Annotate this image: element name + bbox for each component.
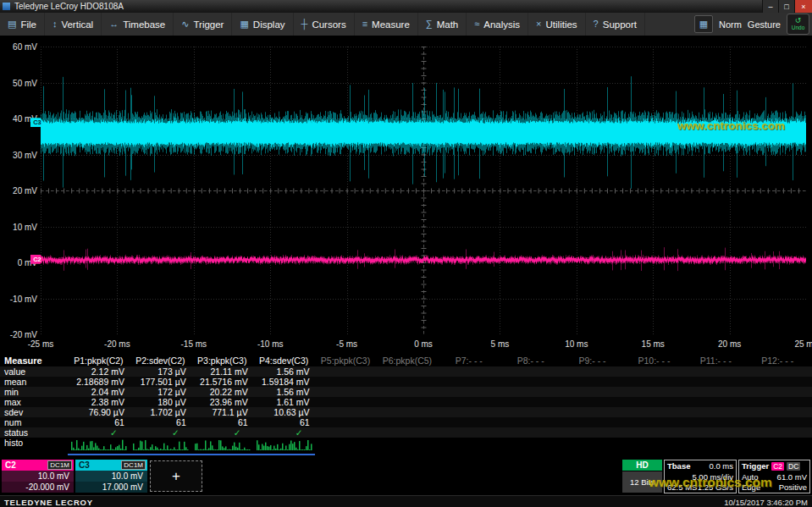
- close-button[interactable]: ×: [794, 0, 812, 13]
- menu-timebase[interactable]: ↔Timebase: [102, 13, 174, 36]
- measure-value: 20.22 mV: [191, 387, 253, 397]
- measure-value: [685, 377, 747, 387]
- y-axis-label: 20 mV: [0, 186, 37, 196]
- measure-value: [438, 407, 500, 417]
- menu-file[interactable]: ▤File: [0, 13, 45, 36]
- menu-label: Vertical: [61, 19, 93, 30]
- measure-column-header[interactable]: P7:- - -: [438, 355, 500, 366]
- measure-value: 23.96 mV: [191, 397, 253, 407]
- histogram-cell: [253, 438, 315, 452]
- measure-row-label: status: [0, 427, 68, 438]
- measure-value: 1.56 mV: [253, 366, 315, 377]
- gesture-toggle[interactable]: Gesture: [748, 19, 781, 30]
- measure-column-header[interactable]: P6:pkpk(C5): [376, 355, 438, 366]
- measure-column-header[interactable]: P10:- - -: [623, 355, 685, 366]
- histogram-cell: [685, 438, 747, 452]
- measure-value: [561, 377, 623, 387]
- measure-icon: ≡: [362, 19, 367, 29]
- hd-badge: HD: [622, 460, 662, 471]
- measure-value: 2.18689 mV: [68, 377, 130, 387]
- measure-column-header[interactable]: P12:- - -: [747, 355, 809, 366]
- c2-coupling-badge: DC1M: [47, 460, 72, 470]
- grid-display-button[interactable]: ▦: [694, 15, 713, 33]
- channel-c2-descriptor[interactable]: C2 DC1M 10.0 mV -20.000 mV: [2, 460, 74, 493]
- measure-value: 61: [130, 417, 191, 427]
- measure-value: 2.38 mV: [68, 397, 130, 407]
- measure-value: 21.11 mV: [191, 366, 253, 377]
- measure-value: [315, 407, 377, 417]
- waveform-canvas[interactable]: [41, 47, 806, 334]
- analysis-icon: ≈: [474, 19, 479, 29]
- trigger-source-badge: C2: [771, 462, 784, 471]
- histogram-cell: [747, 438, 809, 452]
- histogram-sparkline: [257, 439, 312, 450]
- minimize-button[interactable]: –: [762, 0, 778, 13]
- y-axis-label: 10 mV: [0, 223, 37, 232]
- maximize-button[interactable]: □: [778, 0, 794, 13]
- measure-column-header[interactable]: P3:pkpk(C3): [191, 355, 253, 366]
- vertical-icon: ↕: [52, 19, 58, 29]
- histogram-cell: [191, 438, 253, 452]
- histogram-underline: [68, 454, 315, 455]
- menu-analysis[interactable]: ≈Analysis: [467, 13, 528, 36]
- clock: 10/15/2017 3:46:20 PM: [724, 498, 808, 507]
- measure-value: [747, 397, 809, 407]
- measure-value: 76.90 µV: [68, 407, 130, 417]
- menu-label: Utilities: [546, 19, 577, 30]
- undo-button[interactable]: ↺ Undo: [787, 14, 809, 35]
- hd-mode-box[interactable]: HD 12 Bits: [622, 460, 662, 493]
- measure-row-min: min2.04 mV172 µV20.22 mV1.56 mV: [0, 387, 812, 397]
- menu-cursors[interactable]: ┼Cursors: [294, 13, 355, 36]
- timebase-box[interactable]: Tbase 0.0 ms 5.00 ms/div 62.5 MS 1.25 GS…: [664, 460, 737, 493]
- menu-math[interactable]: ∑Math: [418, 13, 467, 36]
- measure-table: MeasureP1:pkpk(C2)P2:sdev(C2)P3:pkpk(C3)…: [0, 355, 812, 452]
- x-axis-label: -15 ms: [181, 339, 207, 349]
- menu-utilities[interactable]: ×Utilities: [528, 13, 586, 36]
- measure-column-header[interactable]: P5:pkpk(C3): [315, 355, 377, 366]
- undo-icon: ↺: [795, 17, 802, 25]
- measure-value: [376, 397, 438, 407]
- add-trace-button[interactable]: +: [150, 460, 202, 492]
- measure-row-sdev: sdev76.90 µV1.702 µV771.1 µV10.63 µV: [0, 407, 812, 417]
- menu-support[interactable]: ?Support: [586, 13, 645, 36]
- menu-trigger[interactable]: ∿Trigger: [174, 13, 232, 36]
- menu-right-cluster: ▦ Norm Gesture ↺ Undo: [694, 13, 812, 36]
- trigger-box[interactable]: Trigger C2 DC Auto 61.0 mV Edge Positive: [738, 460, 810, 493]
- measure-column-header[interactable]: P1:pkpk(C2): [68, 355, 130, 366]
- measure-value: [685, 387, 747, 397]
- x-axis-label: 5 ms: [491, 339, 510, 349]
- channel-c3-descriptor[interactable]: C3 DC1M 10.0 mV 17.000 mV: [75, 460, 147, 493]
- status-check: [747, 427, 809, 438]
- tbase-scale: 5.00 ms/div: [692, 472, 733, 482]
- menu-display[interactable]: ▦Display: [232, 13, 293, 36]
- status-check: [500, 427, 561, 438]
- measure-value: [376, 366, 438, 377]
- trigger-slope: Positive: [779, 482, 807, 492]
- measure-column-header[interactable]: P11:- - -: [685, 355, 747, 366]
- cursors-icon: ┼: [301, 19, 308, 29]
- measure-column-header[interactable]: P9:- - -: [561, 355, 623, 366]
- measure-column-header[interactable]: P2:sdev(C2): [130, 355, 191, 366]
- measure-row-num: num61616161: [0, 417, 812, 427]
- measure-value: [315, 417, 377, 427]
- menu-measure[interactable]: ≡Measure: [355, 13, 418, 36]
- measure-value: [315, 377, 377, 387]
- measure-value: [623, 387, 685, 397]
- status-check: ✓: [68, 427, 130, 438]
- measure-value: [315, 397, 377, 407]
- menu-vertical[interactable]: ↕Vertical: [45, 13, 102, 36]
- measure-value: [747, 387, 809, 397]
- menu-label: Analysis: [483, 19, 520, 30]
- measure-column-header[interactable]: P8:- - -: [500, 355, 561, 366]
- measure-row-label: histo: [0, 438, 68, 452]
- measure-value: 61: [68, 417, 130, 427]
- measure-value: [623, 417, 685, 427]
- measure-value: 1.59184 mV: [253, 377, 315, 387]
- status-check: [685, 427, 747, 438]
- measure-row-label: max: [0, 397, 68, 407]
- trigger-mode: Auto: [742, 472, 759, 482]
- status-check: [623, 427, 685, 438]
- window-controls: – □ ×: [762, 0, 812, 13]
- measure-column-header[interactable]: P4:sdev(C3): [253, 355, 315, 366]
- measure-value: [500, 377, 561, 387]
